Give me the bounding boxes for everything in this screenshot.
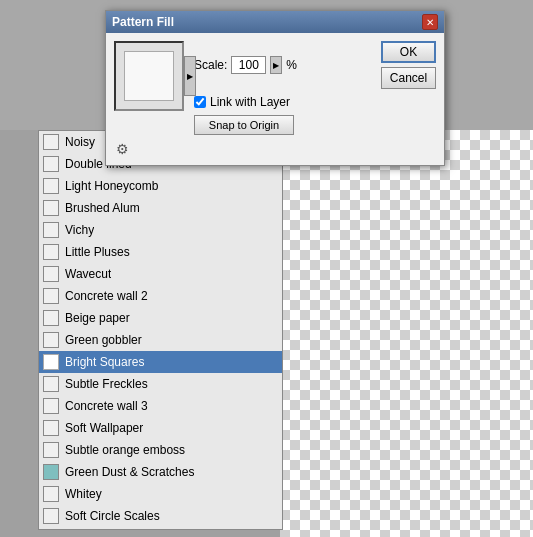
list-item[interactable]: Subtle Freckles — [39, 373, 282, 395]
pattern-panel: NoisyDouble linedLight HoneycombBrushed … — [38, 130, 283, 530]
pattern-thumbnail — [43, 156, 59, 172]
pattern-name: Noisy — [65, 135, 95, 149]
buttons-column: OK Cancel — [381, 41, 436, 89]
list-item[interactable]: Little Pluses — [39, 241, 282, 263]
pattern-thumbnail — [43, 332, 59, 348]
list-item[interactable]: Wavecut — [39, 263, 282, 285]
pattern-thumbnail — [43, 134, 59, 150]
list-item[interactable]: Concrete wall 3 — [39, 395, 282, 417]
pattern-list-container: NoisyDouble linedLight HoneycombBrushed … — [39, 131, 282, 529]
preview-arrow[interactable]: ▶ — [184, 56, 196, 96]
dialog-title: Pattern Fill — [112, 15, 174, 29]
list-item[interactable]: Vichy — [39, 219, 282, 241]
settings-icon[interactable]: ⚙ — [116, 141, 129, 157]
scale-label: Scale: — [194, 58, 227, 72]
link-with-layer-label: Link with Layer — [210, 95, 290, 109]
pattern-name: Subtle orange emboss — [65, 443, 185, 457]
list-item[interactable]: Green Dust & Scratches — [39, 461, 282, 483]
bottom-controls: ⚙ — [114, 141, 436, 157]
pattern-name: Little Pluses — [65, 245, 130, 259]
list-item[interactable]: Brushed Alum — [39, 197, 282, 219]
scale-input[interactable] — [231, 56, 266, 74]
ok-button[interactable]: OK — [381, 41, 436, 63]
pattern-thumbnail — [43, 398, 59, 414]
list-item[interactable]: Light Honeycomb — [39, 175, 282, 197]
top-row: ▶ Scale: ▶ % OK Cancel — [114, 41, 436, 135]
pattern-fill-dialog: Pattern Fill ✕ ▶ Scale: ▶ % O — [105, 10, 445, 166]
canvas-area — [280, 130, 533, 537]
pattern-name: Concrete wall 3 — [65, 399, 148, 413]
percent-label: % — [286, 58, 297, 72]
pattern-name: Subtle Freckles — [65, 377, 148, 391]
pattern-list[interactable]: NoisyDouble linedLight HoneycombBrushed … — [39, 131, 282, 529]
controls-area: Scale: ▶ % OK Cancel Link with Layer Sna… — [194, 41, 436, 135]
pattern-thumbnail — [43, 310, 59, 326]
pattern-name: Green gobbler — [65, 333, 142, 347]
link-with-layer-row: Link with Layer — [194, 95, 436, 109]
pattern-thumbnail — [43, 464, 59, 480]
list-item[interactable]: Whitey — [39, 483, 282, 505]
pattern-name: Bright Squares — [65, 355, 144, 369]
pattern-thumbnail — [43, 266, 59, 282]
pattern-name: Vichy — [65, 223, 94, 237]
pattern-thumbnail — [43, 178, 59, 194]
list-item[interactable]: Subtle orange emboss — [39, 439, 282, 461]
pattern-thumbnail — [43, 244, 59, 260]
list-item[interactable]: Soft Wallpaper — [39, 417, 282, 439]
pattern-name: Beige paper — [65, 311, 130, 325]
pattern-thumbnail — [43, 200, 59, 216]
pattern-thumbnail — [43, 288, 59, 304]
scale-row: Scale: ▶ % — [194, 56, 297, 74]
list-item[interactable]: Beige paper — [39, 307, 282, 329]
scale-stepper[interactable]: ▶ — [270, 56, 282, 74]
list-item[interactable]: Soft Circle Scales — [39, 505, 282, 527]
preview-inner — [124, 51, 174, 101]
snap-to-origin-button[interactable]: Snap to Origin — [194, 115, 294, 135]
list-item[interactable]: Concrete wall 2 — [39, 285, 282, 307]
pattern-thumbnail — [43, 354, 59, 370]
pattern-name: Light Honeycomb — [65, 179, 158, 193]
close-button[interactable]: ✕ — [422, 14, 438, 30]
pattern-thumbnail — [43, 420, 59, 436]
pattern-thumbnail — [43, 508, 59, 524]
pattern-name: Soft Wallpaper — [65, 421, 143, 435]
pattern-thumbnail — [43, 486, 59, 502]
pattern-name: Soft Circle Scales — [65, 509, 160, 523]
pattern-name: Brushed Alum — [65, 201, 140, 215]
dialog-body: ▶ Scale: ▶ % OK Cancel — [106, 33, 444, 165]
pattern-thumbnail — [43, 442, 59, 458]
pattern-thumbnail — [43, 222, 59, 238]
pattern-preview: ▶ — [114, 41, 184, 111]
cancel-button[interactable]: Cancel — [381, 67, 436, 89]
list-item[interactable]: Green gobbler — [39, 329, 282, 351]
link-with-layer-checkbox[interactable] — [194, 96, 206, 108]
dialog-titlebar: Pattern Fill ✕ — [106, 11, 444, 33]
pattern-name: Wavecut — [65, 267, 111, 281]
list-item[interactable]: Bright Squares — [39, 351, 282, 373]
pattern-thumbnail — [43, 376, 59, 392]
pattern-name: Whitey — [65, 487, 102, 501]
pattern-name: Green Dust & Scratches — [65, 465, 194, 479]
pattern-name: Concrete wall 2 — [65, 289, 148, 303]
list-item[interactable]: Small crosses — [39, 527, 282, 529]
